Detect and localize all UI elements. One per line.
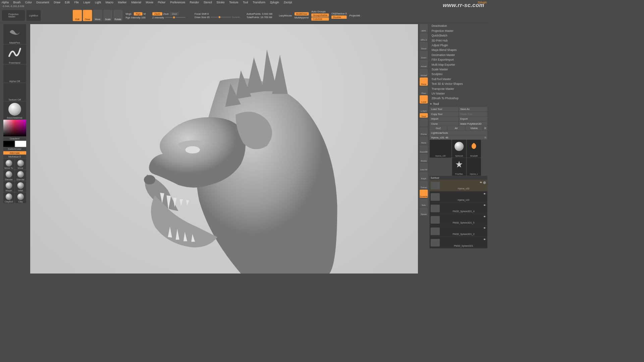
zplugin-3dprinthub[interactable]: 3D Print Hub bbox=[430, 38, 487, 43]
dynamic-button[interactable]: Dynamic bbox=[420, 190, 428, 198]
load-tool[interactable]: Load Tool bbox=[430, 107, 458, 111]
menu-zplugin[interactable]: Zplugin bbox=[270, 1, 279, 4]
texture-slot[interactable]: Texture Off bbox=[3, 83, 26, 101]
menu-edit[interactable]: Edit bbox=[65, 1, 69, 4]
autogroups-toggle[interactable]: Auto Groups bbox=[311, 10, 329, 13]
tool-thumb-1[interactable]: Sphere3 bbox=[452, 140, 466, 158]
rgb-intensity[interactable]: Rgb Intensity 100 bbox=[126, 16, 146, 18]
rotate3d-button[interactable]: Rotate bbox=[420, 154, 428, 162]
persp-button[interactable]: Persp bbox=[420, 77, 428, 85]
menu-color[interactable]: Color bbox=[25, 1, 32, 4]
rgb-toggle[interactable]: Rgb bbox=[134, 12, 143, 15]
mode-scale[interactable]: Scale bbox=[103, 10, 112, 21]
menu-tool[interactable]: Tool bbox=[243, 1, 248, 4]
frame-button[interactable]: Frame bbox=[420, 127, 428, 135]
zplugin-quicksketch[interactable]: QuickSketch bbox=[430, 33, 487, 38]
alternate-button[interactable]: Alternate bbox=[3, 151, 26, 155]
objshadow[interactable]: ObjShadow 0 bbox=[331, 12, 347, 15]
eye-icon[interactable]: 👁 bbox=[483, 215, 486, 218]
local-button[interactable]: Local bbox=[420, 95, 428, 103]
linefill-button[interactable]: Line Fill bbox=[420, 163, 428, 171]
zplugin-fbx[interactable]: FBX ExportImport bbox=[430, 57, 487, 62]
menu-picker[interactable]: Picker bbox=[158, 1, 165, 4]
current-tool[interactable]: Hyena_v20. 48.R bbox=[430, 135, 487, 139]
eye-icon[interactable]: 👁 bbox=[483, 192, 486, 195]
brush-morph[interactable]: Morph bbox=[3, 181, 14, 192]
groupvisible-toggle[interactable]: GroupVisible bbox=[311, 13, 329, 17]
brush-icon[interactable]: ⬤ bbox=[483, 181, 486, 184]
tool-thumb-0[interactable]: Hyena_v20 bbox=[430, 140, 451, 158]
zplugin-multimap[interactable]: Multi Map Exporter bbox=[430, 62, 487, 67]
make-polymesh[interactable]: Make PolyMesh3D bbox=[459, 121, 487, 126]
eye-icon[interactable]: 👁 bbox=[483, 227, 486, 229]
viewport[interactable] bbox=[30, 24, 418, 274]
zplugin-sculpteo[interactable]: Sculpteo bbox=[430, 72, 487, 77]
zoom-button[interactable]: Zoom bbox=[420, 51, 428, 59]
goz-visible[interactable]: Visible bbox=[465, 126, 483, 130]
color-picker[interactable] bbox=[3, 120, 26, 136]
goz-all[interactable]: All bbox=[447, 126, 465, 130]
zcut-toggle[interactable]: Zcut bbox=[170, 12, 179, 15]
menu-texture[interactable]: Texture bbox=[229, 1, 238, 4]
menu-stencil[interactable]: Stencil bbox=[204, 1, 212, 4]
polyf-button[interactable]: PolyF bbox=[420, 172, 428, 180]
blank-button[interactable] bbox=[420, 118, 428, 126]
lazymouse-toggle[interactable]: LazyMouse bbox=[279, 14, 292, 17]
zplugin-maya-blend[interactable]: Maya Blend Shapes bbox=[430, 48, 487, 53]
z-intensity[interactable]: Z Intensity bbox=[152, 16, 164, 18]
clone-tool[interactable]: Clone bbox=[430, 121, 458, 126]
brush-inflate[interactable]: Inflat bbox=[15, 181, 26, 192]
export-tool[interactable]: Export bbox=[459, 117, 487, 121]
zplugin-deactivation[interactable]: Deactivation bbox=[430, 24, 487, 28]
menu-light[interactable]: Light bbox=[95, 1, 101, 4]
brush-standard-1[interactable]: Standar bbox=[3, 170, 14, 181]
tool-thumb-2[interactable]: SimpleB bbox=[467, 140, 481, 158]
xpose-button[interactable]: Xpose bbox=[420, 207, 428, 216]
goz[interactable]: GoZ bbox=[430, 126, 447, 130]
subtool-row-3[interactable]: PM3D_Sphere3D1_5 👁 bbox=[430, 214, 487, 225]
menu-marker[interactable]: Marker bbox=[118, 1, 127, 4]
zplugin-uvmaster[interactable]: UV Master bbox=[430, 91, 487, 96]
actual-button[interactable]: Actual bbox=[420, 60, 428, 68]
eye-icon[interactable]: 👁 bbox=[480, 181, 482, 184]
m-toggle[interactable]: M bbox=[144, 12, 146, 15]
swatch-black[interactable] bbox=[3, 141, 14, 147]
tool-thumb-3[interactable]: PolyMes bbox=[452, 158, 466, 176]
swatch-white[interactable] bbox=[15, 141, 26, 147]
eye-icon[interactable]: 👁 bbox=[483, 238, 486, 241]
solo-button[interactable]: Solo bbox=[420, 198, 428, 206]
brush-clay[interactable]: Clay bbox=[15, 192, 26, 203]
tool-thumb-4[interactable]: Hyena_v bbox=[467, 158, 481, 176]
subtool-header[interactable]: Subtool bbox=[430, 176, 487, 180]
spix-button[interactable]: SPix 3 bbox=[420, 33, 428, 41]
lightbox-button[interactable]: LightBox bbox=[26, 10, 41, 21]
floor-button[interactable]: Floor bbox=[420, 86, 428, 95]
zplugin-decimation[interactable]: Decimation Master bbox=[430, 53, 487, 57]
brush-standard-2[interactable]: Standar bbox=[15, 170, 26, 181]
subtool-row-2[interactable]: PM3D_Sphere3D1_4 👁 bbox=[430, 203, 487, 214]
multiappend-toggle[interactable]: MultiAppend bbox=[294, 16, 309, 18]
menu-brush[interactable]: Brush bbox=[13, 1, 21, 4]
multidraw-toggle[interactable]: MultiDraw bbox=[294, 12, 309, 15]
eye-icon[interactable]: 👁 bbox=[483, 204, 486, 206]
subtool-row-0[interactable]: Hyena_v20 👁⬤ bbox=[430, 180, 487, 191]
zplugin-adjust[interactable]: Adjust Plugin bbox=[430, 43, 487, 48]
brush-slot[interactable]: MaskPen bbox=[3, 24, 26, 44]
mode-draw[interactable]: Draw bbox=[83, 10, 92, 21]
dynamic-label[interactable]: Dynamic bbox=[232, 16, 240, 18]
menu-layer[interactable]: Layer bbox=[83, 1, 90, 4]
zplugin-projection-master[interactable]: Projection Master bbox=[430, 28, 487, 33]
midvalue[interactable]: MidValue 0 bbox=[3, 155, 26, 159]
scroll-button[interactable]: Scroll bbox=[420, 42, 428, 50]
tool-header[interactable]: Tool bbox=[430, 101, 487, 107]
draw-size[interactable]: Draw Size 65 bbox=[195, 16, 210, 18]
menu-preferences[interactable]: Preferences bbox=[170, 1, 185, 4]
subtool-row-4[interactable]: PM3D_Sphere3D1_2 👁 bbox=[430, 226, 487, 237]
stroke-slot[interactable]: FreeHand bbox=[3, 45, 26, 64]
save-as[interactable]: Save As bbox=[459, 107, 487, 111]
menu-alpha[interactable]: Alpha bbox=[2, 1, 9, 4]
double-toggle[interactable]: Double bbox=[331, 15, 347, 19]
menu-macro[interactable]: Macro bbox=[106, 1, 113, 4]
gradient-label[interactable]: Gradient bbox=[3, 137, 26, 140]
zplugin-transpose[interactable]: Transpose Master bbox=[430, 86, 487, 91]
